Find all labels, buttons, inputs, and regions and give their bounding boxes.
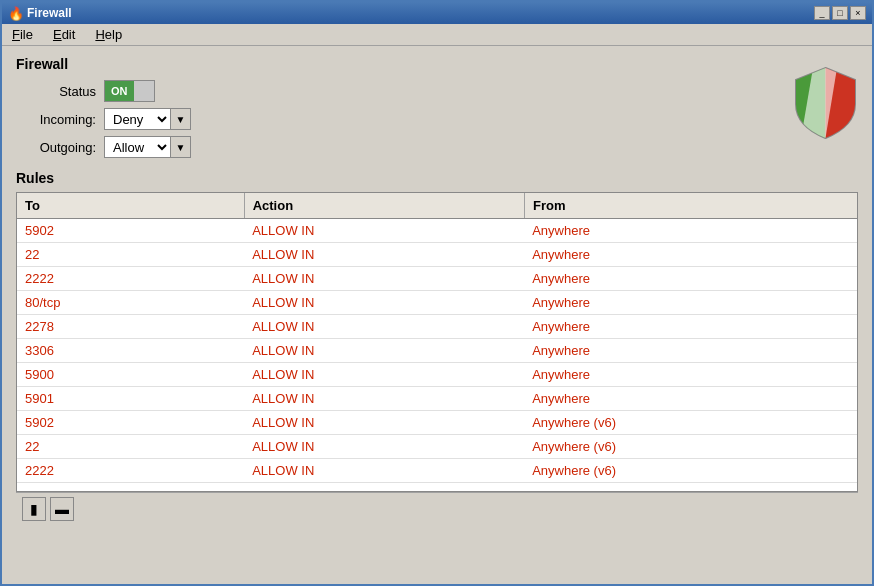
col-header-action: Action: [245, 193, 525, 218]
status-row: Status ON: [16, 80, 773, 102]
window-icon: 🔥: [8, 6, 22, 20]
incoming-dropdown[interactable]: Deny Allow Reject ▼: [104, 108, 191, 130]
content-area: Firewall Status ON Incoming: Deny: [2, 46, 872, 584]
cell-from: Anywhere: [524, 243, 857, 266]
menu-help[interactable]: Help: [89, 25, 128, 44]
cell-action: ALLOW IN: [244, 315, 524, 338]
cell-to: 2222: [17, 459, 244, 482]
add-rule-button[interactable]: ▮: [22, 497, 46, 521]
add-icon: ▮: [30, 501, 38, 517]
cell-action: ALLOW IN: [244, 219, 524, 242]
table-row[interactable]: 2222ALLOW INAnywhere (v6): [17, 459, 857, 483]
minimize-button[interactable]: _: [814, 6, 830, 20]
outgoing-dropdown[interactable]: Allow Deny Reject ▼: [104, 136, 191, 158]
cell-action: ALLOW IN: [244, 291, 524, 314]
bottom-toolbar: ▮ ▬: [16, 492, 858, 524]
cell-to: 5901: [17, 387, 244, 410]
toggle-on-label: ON: [105, 81, 134, 101]
window-title: Firewall: [27, 6, 72, 20]
menu-bar: File Edit Help: [2, 24, 872, 46]
cell-action: ALLOW IN: [244, 435, 524, 458]
cell-action: ALLOW IN: [244, 267, 524, 290]
main-window: 🔥 Firewall _ □ × File Edit Help Firewall: [0, 0, 874, 586]
table-row[interactable]: 5902ALLOW INAnywhere (v6): [17, 411, 857, 435]
maximize-button[interactable]: □: [832, 6, 848, 20]
col-header-from: From: [525, 193, 857, 218]
cell-action: ALLOW IN: [244, 243, 524, 266]
table-row[interactable]: 22ALLOW INAnywhere: [17, 243, 857, 267]
cell-from: Anywhere: [524, 363, 857, 386]
remove-rule-button[interactable]: ▬: [50, 497, 74, 521]
firewall-section: Firewall Status ON Incoming: Deny: [16, 56, 858, 164]
rules-section: Rules To Action From 5902ALLOW INAnywher…: [16, 170, 858, 492]
status-label: Status: [16, 84, 96, 99]
table-row[interactable]: 2222ALLOW INAnywhere: [17, 267, 857, 291]
outgoing-dropdown-arrow[interactable]: ▼: [170, 137, 190, 157]
cell-to: 3306: [17, 339, 244, 362]
cell-to: 2222: [17, 267, 244, 290]
rules-table: To Action From 5902ALLOW INAnywhere22ALL…: [16, 192, 858, 492]
cell-from: Anywhere: [524, 339, 857, 362]
incoming-select[interactable]: Deny Allow Reject: [105, 109, 170, 129]
table-row[interactable]: 2278ALLOW INAnywhere: [17, 315, 857, 339]
title-bar-left: 🔥 Firewall: [8, 6, 72, 20]
firewall-shield-icon: [793, 66, 858, 141]
cell-from: Anywhere: [524, 219, 857, 242]
incoming-label: Incoming:: [16, 112, 96, 127]
cell-from: Anywhere: [524, 267, 857, 290]
cell-from: Anywhere: [524, 291, 857, 314]
title-bar: 🔥 Firewall _ □ ×: [2, 2, 872, 24]
status-toggle[interactable]: ON: [104, 80, 155, 102]
rules-title: Rules: [16, 170, 858, 186]
cell-action: ALLOW IN: [244, 411, 524, 434]
table-row[interactable]: 5900ALLOW INAnywhere: [17, 363, 857, 387]
outgoing-row: Outgoing: Allow Deny Reject ▼: [16, 136, 773, 158]
table-row[interactable]: 3306ALLOW INAnywhere: [17, 339, 857, 363]
col-header-to: To: [17, 193, 245, 218]
cell-action: ALLOW IN: [244, 387, 524, 410]
cell-from: Anywhere: [524, 315, 857, 338]
cell-from: Anywhere: [524, 387, 857, 410]
incoming-dropdown-arrow[interactable]: ▼: [170, 109, 190, 129]
cell-to: 80/tcp: [17, 291, 244, 314]
cell-to: 2278: [17, 315, 244, 338]
firewall-form: Firewall Status ON Incoming: Deny: [16, 56, 773, 164]
firewall-title: Firewall: [16, 56, 773, 72]
toggle-off-area: [134, 81, 154, 101]
outgoing-label: Outgoing:: [16, 140, 96, 155]
remove-icon: ▬: [55, 501, 69, 517]
table-row[interactable]: 22ALLOW INAnywhere (v6): [17, 435, 857, 459]
cell-action: ALLOW IN: [244, 459, 524, 482]
cell-action: ALLOW IN: [244, 363, 524, 386]
cell-to: 5902: [17, 411, 244, 434]
incoming-row: Incoming: Deny Allow Reject ▼: [16, 108, 773, 130]
title-bar-buttons: _ □ ×: [814, 6, 866, 20]
close-button[interactable]: ×: [850, 6, 866, 20]
table-row[interactable]: 5902ALLOW INAnywhere: [17, 219, 857, 243]
table-row[interactable]: 80/tcpALLOW INAnywhere: [17, 291, 857, 315]
cell-from: Anywhere (v6): [524, 411, 857, 434]
outgoing-select[interactable]: Allow Deny Reject: [105, 137, 170, 157]
cell-to: 5902: [17, 219, 244, 242]
table-body[interactable]: 5902ALLOW INAnywhere22ALLOW INAnywhere22…: [17, 219, 857, 491]
menu-file[interactable]: File: [6, 25, 39, 44]
shield-area: [793, 66, 858, 144]
cell-to: 22: [17, 243, 244, 266]
cell-to: 22: [17, 435, 244, 458]
menu-edit[interactable]: Edit: [47, 25, 81, 44]
cell-from: Anywhere (v6): [524, 459, 857, 482]
cell-from: Anywhere (v6): [524, 435, 857, 458]
cell-action: ALLOW IN: [244, 339, 524, 362]
cell-to: 5900: [17, 363, 244, 386]
table-row[interactable]: 5901ALLOW INAnywhere: [17, 387, 857, 411]
table-header: To Action From: [17, 193, 857, 219]
